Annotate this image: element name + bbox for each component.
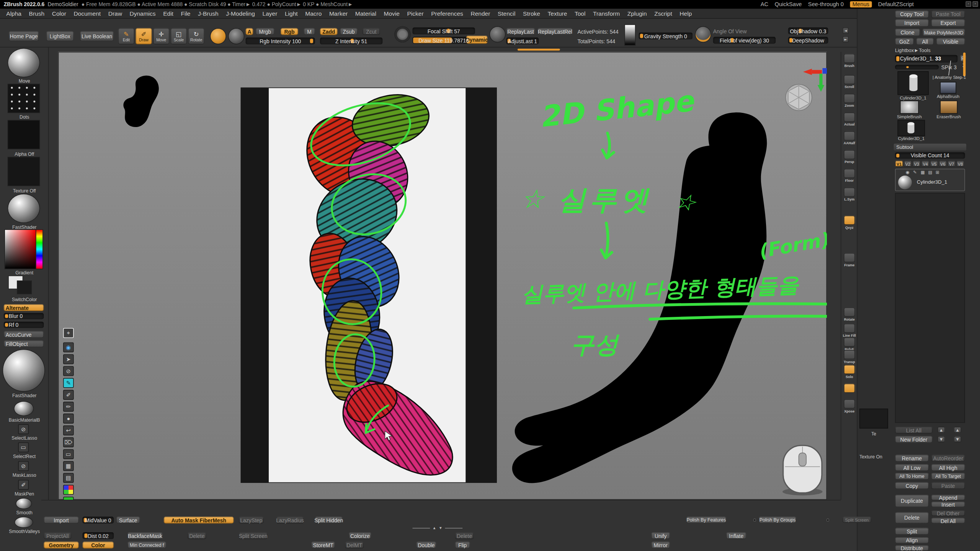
menu-marker[interactable]: Marker xyxy=(329,10,348,17)
angle-of-view-icon[interactable] xyxy=(696,27,710,42)
eraser-tool-icon[interactable]: ⌦ xyxy=(63,437,74,447)
canvas-divider-down-icon[interactable]: ▼ xyxy=(439,526,443,530)
replay-last-button[interactable]: ReplayLast xyxy=(506,28,535,35)
all-high-button[interactable]: All High xyxy=(931,464,965,471)
subtool-brush-icon[interactable]: ✎ xyxy=(913,170,917,175)
rename-button[interactable]: Rename xyxy=(895,455,929,462)
polish-by-features-button[interactable]: Polish By Features xyxy=(686,517,726,523)
selectrect-icon[interactable]: ▭ xyxy=(18,442,29,452)
menu-document[interactable]: Document xyxy=(74,10,101,17)
del-all-button[interactable]: Del All xyxy=(931,518,965,523)
menu-macro[interactable]: Macro xyxy=(305,10,322,17)
rotate-mode-button[interactable]: ↻Rotate xyxy=(188,28,204,44)
tool-thumb-eraserbrush[interactable] xyxy=(941,101,957,113)
menus-button[interactable]: Menus xyxy=(850,1,872,7)
edit-mode-button[interactable]: ✎Edit xyxy=(118,28,134,44)
dot-tool-icon[interactable]: ● xyxy=(63,414,74,424)
menu-preferences[interactable]: Preferences xyxy=(431,10,463,17)
import-fiber-button[interactable]: Import xyxy=(44,517,78,523)
zcut-button[interactable]: Zcut xyxy=(363,28,380,35)
shelf-item-solo-dynamic[interactable] xyxy=(843,383,856,393)
draw-mode-button[interactable]: ✐Draw xyxy=(136,28,152,44)
delete-button-1[interactable]: Delete xyxy=(188,532,206,539)
mrgb-button[interactable]: Mrgb xyxy=(256,28,274,35)
rf-slider[interactable]: Rf 0 xyxy=(4,322,44,328)
lazyradius-button[interactable]: LazyRadius xyxy=(276,517,304,523)
menu-file[interactable]: File xyxy=(181,10,190,17)
blur-slider[interactable]: Blur 0 xyxy=(4,313,44,319)
tab-v8[interactable]: V8 xyxy=(956,161,964,167)
rgb-button[interactable]: Rgb xyxy=(281,28,298,35)
dist-slider[interactable]: Dist 0.02 xyxy=(83,532,114,539)
window-restore-icon[interactable]: ▫ xyxy=(965,1,971,7)
auto-mask-fibermesh-button[interactable]: Auto Mask FiberMesh xyxy=(164,517,234,523)
shelf-item-linefill[interactable]: Line Fill xyxy=(843,324,856,337)
draw-size-slider[interactable]: Draw Size 119.78716 xyxy=(413,37,475,44)
color-a-button[interactable]: A xyxy=(246,28,253,35)
shelf-item-floor[interactable]: Floor xyxy=(843,169,856,183)
menu-picker[interactable]: Picker xyxy=(407,10,424,17)
tab-v5[interactable]: V5 xyxy=(930,161,938,167)
undo-tool-icon[interactable]: ↩ xyxy=(63,425,74,435)
subtool-grid-icon[interactable]: ⊞ xyxy=(936,170,939,175)
alpha-off-thumbnail[interactable] xyxy=(8,121,39,148)
copy-subtool-button[interactable]: Copy xyxy=(895,482,929,489)
backfacemask-button[interactable]: BackfaceMask xyxy=(127,532,162,539)
tool-thumb-cylinder-2[interactable] xyxy=(898,121,924,135)
distribute-button[interactable]: Distribute xyxy=(895,545,929,551)
shelf-item-actual[interactable]: Actual xyxy=(843,112,856,126)
lazystep-button[interactable]: LazyStep xyxy=(239,517,264,523)
export-tool-button[interactable]: Export xyxy=(931,20,965,27)
shelf-item-frame[interactable]: Frame xyxy=(843,253,856,267)
clone-button[interactable]: Clone xyxy=(895,29,920,36)
lightbox-tools-label[interactable]: Lightbox►Tools xyxy=(895,47,931,53)
alpha-picker-icon[interactable] xyxy=(229,29,244,44)
stroke-move-thumbnail[interactable] xyxy=(8,49,39,77)
paste-tool-button[interactable]: Paste Tool xyxy=(931,11,965,18)
focal-shift-slider[interactable]: Focal Shift 57 xyxy=(413,28,475,34)
flip-button[interactable]: Flip xyxy=(455,542,470,549)
subtool-list-empty[interactable] xyxy=(895,193,965,423)
ring-pen-tool-icon[interactable]: ⊘ xyxy=(63,366,74,376)
shelf-item-brush[interactable]: Brush xyxy=(843,54,856,67)
tab-v1[interactable]: V1 xyxy=(895,161,903,167)
polish-groups-radio[interactable] xyxy=(826,518,829,522)
dynamic-button[interactable]: Dynamic xyxy=(466,36,488,44)
replay-last-rel-button[interactable]: ReplayLastRel xyxy=(537,28,572,35)
make-polymesh3d-button[interactable]: Make PolyMesh3D xyxy=(923,29,965,36)
shelf-scroll-left-icon[interactable]: ◄ xyxy=(843,28,849,34)
m-button[interactable]: M xyxy=(304,28,315,35)
polish-by-groups-button[interactable]: Polish By Groups xyxy=(759,517,796,523)
image-tool-icon[interactable]: ▦ xyxy=(63,461,74,471)
zsub-button[interactable]: Zsub xyxy=(340,28,358,35)
texture-off-thumbnail[interactable] xyxy=(8,157,39,185)
shelf-item-persp[interactable]: Persp xyxy=(843,150,856,164)
focal-shift-icon[interactable] xyxy=(395,27,410,42)
align-button[interactable]: Align xyxy=(895,537,929,543)
autoreorder-button[interactable]: AutoReorder xyxy=(931,455,965,462)
menu-texture[interactable]: Texture xyxy=(548,10,567,17)
color-button[interactable]: Color xyxy=(83,542,114,549)
stroke-type-icon[interactable] xyxy=(211,29,225,44)
goz-all-button[interactable]: All xyxy=(916,38,934,45)
quicksave-button[interactable]: QuickSave xyxy=(774,1,802,7)
shelf-item-a ahalf[interactable]: AAHalf xyxy=(843,131,856,145)
shelf-item-rotate[interactable]: Rotate xyxy=(843,307,856,321)
accucurve-button[interactable]: AccuCurve xyxy=(4,331,44,338)
mirror-button[interactable]: Mirror xyxy=(651,542,670,549)
selectlasso-icon[interactable]: ⊘ xyxy=(18,424,29,434)
shelf-item-scroll[interactable]: Scroll xyxy=(843,75,856,89)
all-to-target-button[interactable]: All To Target xyxy=(931,473,965,480)
menu-layer[interactable]: Layer xyxy=(263,10,278,17)
tab-v6[interactable]: V6 xyxy=(939,161,947,167)
menu-movie[interactable]: Movie xyxy=(384,10,400,17)
shelf-item-polyf[interactable]: PolyF xyxy=(843,337,856,351)
all-to-home-button[interactable]: All To Home xyxy=(895,473,929,480)
menu-stroke[interactable]: Stroke xyxy=(523,10,540,17)
subtool-list-item[interactable]: ◉ ✎ ▦ ▤ ⊞ Cylinder3D_1 xyxy=(895,169,965,191)
pen-tool-icon[interactable]: ✐ xyxy=(63,390,74,400)
delete-subtool-button[interactable]: Delete xyxy=(895,512,929,523)
goz-visible-button[interactable]: Visible xyxy=(936,38,965,45)
delete-button-2[interactable]: Delete xyxy=(455,532,474,539)
subtool-note-icon[interactable]: ▤ xyxy=(928,170,932,175)
